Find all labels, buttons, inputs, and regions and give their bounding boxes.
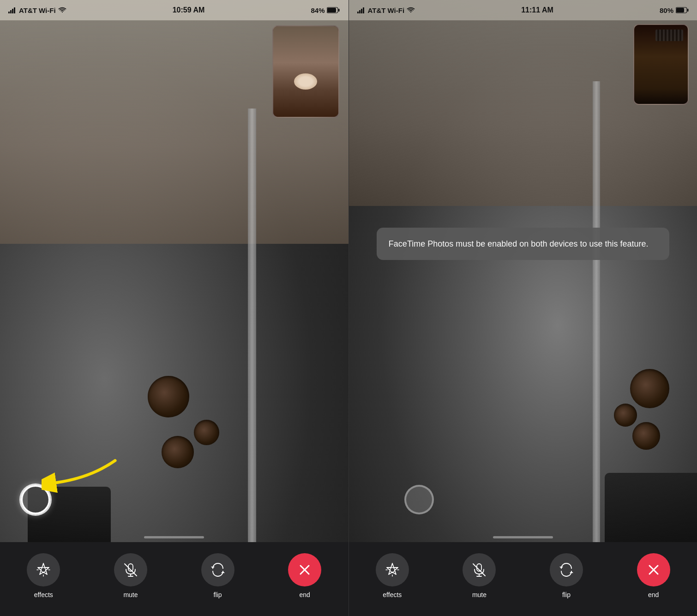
left-battery-pct: 84% xyxy=(311,6,324,14)
right-status-left: AT&T Wi-Fi xyxy=(357,6,415,14)
right-camera-feed: FaceTime Photos must be enabled on both … xyxy=(349,0,697,542)
svg-rect-18 xyxy=(359,10,361,13)
svg-rect-17 xyxy=(357,12,359,13)
right-time: 11:11 AM xyxy=(521,6,553,14)
left-room-bg xyxy=(0,0,348,542)
signal-icon xyxy=(8,7,17,13)
left-pip-thumbnail xyxy=(272,25,339,118)
svg-rect-6 xyxy=(338,9,340,12)
right-end-label: end xyxy=(648,591,659,598)
right-effects-circle xyxy=(376,553,409,586)
effects-icon xyxy=(36,562,51,578)
effects-button[interactable]: effects xyxy=(27,553,60,598)
flip-label: flip xyxy=(214,591,222,598)
right-flip-button[interactable]: flip xyxy=(550,553,583,598)
svg-marker-30 xyxy=(570,571,573,573)
left-camera-feed xyxy=(0,0,348,542)
svg-point-24 xyxy=(390,568,395,572)
pole xyxy=(248,109,256,542)
right-signal-icon xyxy=(357,7,366,13)
mute-button[interactable]: mute xyxy=(114,553,147,598)
left-phone-panel: AT&T Wi-Fi 10:59 AM 84% xyxy=(0,0,348,616)
pip-dog-image xyxy=(273,26,338,117)
effects-label: effects xyxy=(34,591,53,598)
mute-circle xyxy=(114,553,147,586)
left-controls-bar: effects mute xyxy=(0,542,348,616)
svg-rect-22 xyxy=(676,8,684,12)
svg-rect-5 xyxy=(327,8,336,12)
flip-button[interactable]: flip xyxy=(201,553,234,598)
right-wall-art-3 xyxy=(614,404,637,427)
right-wifi-icon xyxy=(407,7,415,13)
yellow-arrow-icon xyxy=(42,452,120,494)
right-effects-button[interactable]: effects xyxy=(376,553,409,598)
svg-rect-23 xyxy=(687,9,689,12)
mute-icon xyxy=(123,562,138,578)
right-status-right: 80% xyxy=(660,6,689,14)
right-home-indicator xyxy=(493,536,553,538)
right-flip-label: flip xyxy=(562,591,571,598)
right-shutter-button[interactable] xyxy=(404,485,434,514)
tooltip-message: FaceTime Photos must be enabled on both … xyxy=(389,238,657,250)
wall-art-1 xyxy=(148,376,189,417)
right-pole xyxy=(593,81,600,542)
right-battery-icon xyxy=(676,7,689,13)
right-mute-circle xyxy=(463,553,496,586)
battery-icon xyxy=(327,7,340,13)
flip-icon xyxy=(210,562,226,578)
svg-point-8 xyxy=(41,568,46,572)
svg-rect-1 xyxy=(10,10,12,13)
right-end-button[interactable]: end xyxy=(637,553,670,598)
right-status-bar: AT&T Wi-Fi 11:11 AM 80% xyxy=(349,0,697,20)
wall-art-3 xyxy=(194,420,219,445)
right-room-bg: FaceTime Photos must be enabled on both … xyxy=(349,0,697,542)
right-phone-panel: AT&T Wi-Fi 11:11 AM 80% xyxy=(349,0,697,616)
right-pip-thumbnail xyxy=(633,24,689,105)
right-flip-icon xyxy=(559,562,574,578)
left-time: 10:59 AM xyxy=(173,6,205,14)
right-tooltip: FaceTime Photos must be enabled on both … xyxy=(377,228,669,260)
right-flip-circle xyxy=(550,553,583,586)
right-wall-art-1 xyxy=(630,369,669,408)
right-effects-icon xyxy=(385,562,400,578)
left-status-bar: AT&T Wi-Fi 10:59 AM 84% xyxy=(0,0,348,20)
right-mute-label: mute xyxy=(472,591,487,598)
left-carrier: AT&T Wi-Fi xyxy=(19,6,56,14)
right-carrier: AT&T Wi-Fi xyxy=(368,6,405,14)
right-controls-bar: effects mute xyxy=(349,542,697,616)
right-mute-icon xyxy=(471,562,487,578)
svg-rect-3 xyxy=(14,7,15,13)
right-furniture xyxy=(605,473,697,542)
end-label: end xyxy=(300,591,310,598)
svg-marker-13 xyxy=(211,567,215,568)
end-button[interactable]: end xyxy=(288,553,321,598)
end-circle xyxy=(288,553,321,586)
right-battery-pct: 80% xyxy=(660,6,673,14)
svg-marker-14 xyxy=(221,571,225,573)
wall-art-2 xyxy=(162,436,194,468)
right-pip-image xyxy=(634,25,688,104)
left-home-indicator xyxy=(144,536,204,538)
svg-rect-2 xyxy=(12,9,13,13)
svg-rect-19 xyxy=(361,9,362,13)
left-status-left: AT&T Wi-Fi xyxy=(8,6,66,14)
flip-circle xyxy=(201,553,234,586)
svg-marker-29 xyxy=(559,567,563,568)
right-mute-button[interactable]: mute xyxy=(463,553,496,598)
right-end-circle xyxy=(637,553,670,586)
wifi-icon xyxy=(58,7,66,13)
mute-label: mute xyxy=(123,591,138,598)
svg-rect-0 xyxy=(8,12,10,13)
effects-circle xyxy=(27,553,60,586)
svg-rect-20 xyxy=(363,7,364,13)
right-wall-art-2 xyxy=(632,422,660,450)
left-status-right: 84% xyxy=(311,6,340,14)
right-effects-label: effects xyxy=(383,591,402,598)
right-end-icon xyxy=(647,563,661,577)
end-icon xyxy=(298,563,312,577)
